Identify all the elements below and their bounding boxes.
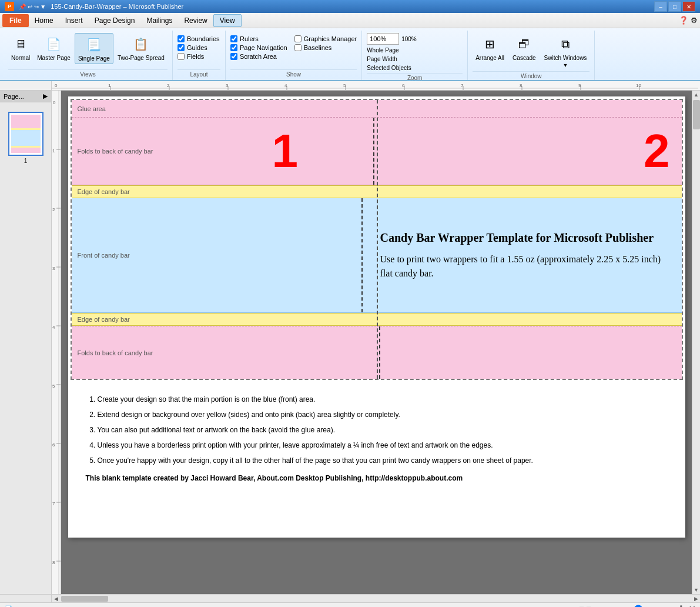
help-icon[interactable]: ❓ [679,16,688,25]
pages-panel-arrow[interactable]: ▶ [43,92,48,100]
menu-page-design[interactable]: Page Design [89,14,141,27]
cascade-btn[interactable]: 🗗 Cascade [510,33,538,63]
menu-insert[interactable]: Insert [59,14,89,27]
svg-text:10: 10 [636,83,641,88]
checkbox-graphics-manager[interactable]: Graphics Manager [294,35,357,42]
scroll-right-arrow[interactable]: ▶ [692,595,700,603]
checkbox-fields[interactable]: Fields [177,53,220,60]
checkbox-baselines[interactable]: Baselines [294,44,357,51]
scroll-thumb-h[interactable] [61,596,108,602]
two-page-icon: 📋 [132,35,150,54]
ribbon-group-zoom: 100% Whole Page Page Width Selected Obje… [362,31,468,80]
selected-objects-btn[interactable]: Selected Objects [367,64,411,72]
checkbox-scratch-area[interactable]: Scratch Area [230,53,287,60]
instruction-3: You can also put additional text or artw… [98,425,668,435]
svg-text:4: 4 [52,325,55,330]
app-icon: P [5,2,14,11]
whole-page-btn[interactable]: Whole Page [367,46,411,54]
scroll-up-arrow[interactable]: ▲ [692,91,701,99]
ruler-vertical: 0 1 2 3 4 5 6 7 8 [52,91,61,594]
svg-text:4: 4 [284,83,287,88]
ribbon-group-layout: Boundaries Guides Fields Layout [173,31,226,80]
svg-text:1: 1 [52,148,55,154]
close-button[interactable]: ✕ [682,1,695,12]
zoom-slider[interactable] [627,605,674,608]
page-thumb-1[interactable]: 1 [8,112,43,156]
canvas-inner: Glue area Folds to back of candy bar 2 [61,91,692,543]
scroll-thumb-v[interactable] [693,100,700,129]
svg-text:0: 0 [53,100,56,105]
menu-mailings[interactable]: Mailings [140,14,178,27]
pages-panel: Page... ▶ 1 [0,91,52,594]
canvas-scroll-area[interactable]: Glue area Folds to back of candy bar 2 [61,91,692,594]
pages-panel-header: Page... ▶ [0,91,51,102]
status-bar: 📄 Page: 1 of 1 ↖ ⊟ ⊞ 100% ➖ ➕ ⛶ [0,602,700,607]
btn-single-page[interactable]: 📃 Single Page [75,33,113,64]
svg-text:3: 3 [226,83,229,88]
switch-windows-icon: ⧉ [556,35,575,54]
zoom-input[interactable] [367,33,399,45]
scrollbar-vertical[interactable]: ▲ ▼ [692,91,700,594]
maximize-button[interactable]: □ [668,1,681,12]
ribbon-group-window: ⊞ Arrange All 🗗 Cascade ⧉ Switch Windows… [468,31,595,80]
page-canvas: Glue area Folds to back of candy bar 2 [68,96,685,538]
back-right: 2 [374,118,682,185]
btn-two-page[interactable]: 📋 Two-Page Spread [115,33,168,63]
views-group-label: Views [8,69,168,79]
cascade-icon: 🗗 [515,35,534,54]
front-right: Candy Bar Wrapper Template for Microsoft… [363,198,682,312]
checkbox-guides[interactable]: Guides [177,44,220,51]
status-right: ⊟ ⊞ 100% ➖ ➕ ⛶ [579,605,695,608]
number-2: 2 [644,128,670,175]
menu-home[interactable]: Home [29,14,59,27]
template-desc: Use to print two wrappers to fit a 1.55 … [380,252,664,281]
menu-view[interactable]: View [213,14,242,27]
show-checkboxes: Rulers Page Navigation Scratch Area Grap… [230,33,357,60]
svg-rect-0 [52,81,700,91]
pages-list: 1 [0,102,51,165]
ruler-horizontal: 0 1 2 3 4 5 6 7 8 9 10 [52,81,700,91]
bottom-area: ◀ ▶ 📄 Page: 1 of 1 ↖ ⊟ ⊞ 100% ➖ ➕ ⛶ [0,594,700,607]
scrollbar-horizontal[interactable]: ◀ ▶ [0,594,700,602]
master-page-icon: 📄 [45,35,63,54]
ribbon-group-views: 🖥 Normal 📄 Master Page 📃 Single Page 📋 T… [4,31,173,80]
menu-review[interactable]: Review [178,14,213,27]
center-divider [377,100,378,379]
credit-text: This blank template created by Jacci How… [86,474,668,482]
scroll-left-arrow[interactable]: ◀ [52,595,60,603]
svg-text:5: 5 [343,83,346,88]
checkbox-page-navigation[interactable]: Page Navigation [230,44,287,51]
checkbox-boundaries[interactable]: Boundaries [177,35,220,42]
ribbon: 🖥 Normal 📄 Master Page 📃 Single Page 📋 T… [0,28,700,81]
zoom-pct-btn[interactable]: 100% [401,36,417,42]
content-area: 0 1 2 3 4 5 6 7 8 [52,91,700,594]
menu-file[interactable]: File [2,14,29,27]
settings-icon[interactable]: ⚙ [691,16,698,25]
arrange-all-btn[interactable]: ⊞ Arrange All [473,33,507,63]
switch-windows-btn[interactable]: ⧉ Switch Windows ▼ [541,33,590,70]
back-bottom-right [380,326,682,379]
h-scroll-spacer [0,595,52,602]
layout-checkboxes: Boundaries Guides Fields [177,33,220,60]
instructions-area: Create your design so that the main port… [68,382,685,494]
svg-text:6: 6 [402,83,405,88]
number-1: 1 [272,125,299,177]
back-left: Folds to back of candy bar [72,118,374,185]
page-thumb-num: 1 [9,158,42,164]
svg-text:0: 0 [55,83,58,88]
svg-text:9: 9 [578,83,581,88]
template-title: Candy Bar Wrapper Template for Microsoft… [380,230,664,245]
btn-master-page[interactable]: 📄 Master Page [34,33,73,63]
title-bar: P 📌 ↩ ↪ ▼ 155-Candy-Bar-Wrapper – Micros… [0,0,700,13]
svg-text:7: 7 [52,501,55,506]
single-page-icon: 📃 [85,35,103,54]
checkbox-rulers[interactable]: Rulers [230,35,287,42]
svg-text:2: 2 [52,207,55,212]
title-bar-left: P 📌 ↩ ↪ ▼ 155-Candy-Bar-Wrapper – Micros… [5,2,183,11]
btn-normal[interactable]: 🖥 Normal [8,33,33,63]
scroll-down-arrow[interactable]: ▼ [692,586,701,594]
ruler-h-svg: 0 1 2 3 4 5 6 7 8 9 10 [52,81,700,91]
page-width-btn[interactable]: Page Width [367,55,411,63]
minimize-button[interactable]: – [654,1,667,12]
svg-text:8: 8 [520,83,523,88]
